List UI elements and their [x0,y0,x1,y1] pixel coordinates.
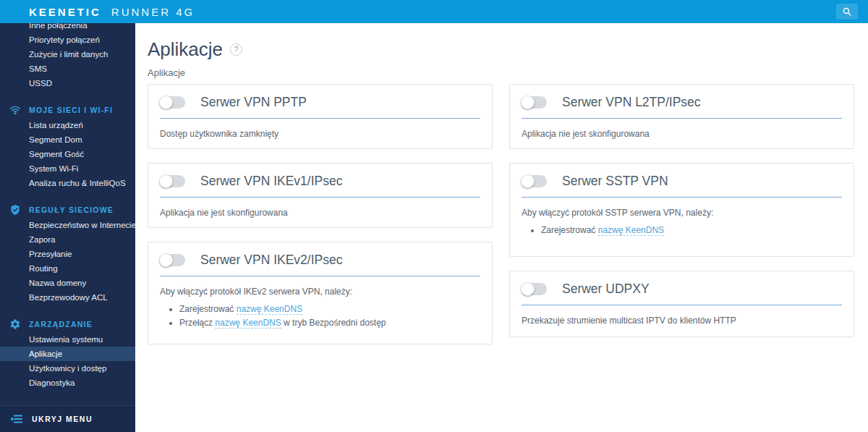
list-item: Przełącz nazwę KeenDNS w tryb Bezpośredn… [179,316,480,330]
card-header: Serwer VPN L2TP/IPsec [522,95,842,119]
card-serwer-vpn-ikev2: Serwer VPN IKEv2/IPsec Aby włączyć proto… [148,242,493,344]
sidebar-item-ustawienia-systemu[interactable]: Ustawienia systemu [0,332,135,347]
cards-grid: Serwer VPN PPTP Dostęp użytkownika zamkn… [148,84,854,344]
hide-menu-button[interactable]: UKRYJ MENU [0,405,135,432]
sidebar-item-przesylanie[interactable]: Przesyłanie [0,247,135,261]
card-intro: Aby włączyć protokół IKEv2 serwera VPN, … [160,286,480,297]
card-title: Serwer UDPXY [562,281,650,297]
help-icon[interactable]: ? [230,43,242,56]
card-description: Przekazuje strumienie multicast IPTV do … [522,315,842,326]
toggle-knob [159,174,173,188]
search-icon [842,7,852,17]
sidebar-section-zarzadzanie: ZARZĄDZANIE [0,316,135,332]
sidebar-item-lista-urzadzen[interactable]: Lista urządzeń [0,118,135,132]
list-item-text: w tryb Bezpośredni dostęp [281,318,386,328]
toggle-knob [521,96,535,109]
card-header: Serwer VPN IKEv2/IPsec [160,253,480,276]
sidebar-item-diagnostyka[interactable]: Diagnostyka [0,376,135,390]
hide-menu-label: UKRYJ MENU [32,415,93,423]
card-title: Serwer VPN IKEv2/IPsec [200,253,342,268]
sidebar-item-inne-polaczenia[interactable]: Inne połączenia [0,23,135,33]
card-description: Aplikacja nie jest skonfigurowana [160,207,480,219]
toggle-switch-udpxy[interactable] [522,283,547,295]
sidebar-item-routing[interactable]: Routing [0,261,135,276]
list-item-text: Zarejestrować [541,225,598,235]
breadcrumb: Aplikacje [148,67,854,78]
sidebar-item-ussd[interactable]: USSD [0,76,135,90]
gear-icon [9,318,21,330]
card-serwer-vpn-l2tp: Serwer VPN L2TP/IPsec Aplikacja nie jest… [509,84,854,149]
sidebar-item-sms[interactable]: SMS [0,62,135,76]
card-title: Serwer SSTP VPN [562,174,668,189]
keendns-link[interactable]: nazwę KeenDNS [598,225,664,236]
sidebar-item-zapora[interactable]: Zapora [0,232,135,247]
card-requirements-list: Zarejestrować nazwę KeenDNS [522,224,842,237]
topbar: KEENETIC RUNNER 4G [0,0,868,23]
main-content: Aplikacje ? Aplikacje Serwer VPN PPTP Do… [135,23,868,432]
keendns-link[interactable]: nazwę KeenDNS [215,318,281,329]
card-header: Serwer UDPXY [522,281,842,305]
sidebar-section-label: MOJE SIECI I WI-FI [29,106,113,114]
card-serwer-vpn-pptp: Serwer VPN PPTP Dostęp użytkownika zamkn… [148,84,493,149]
page-head: Aplikacje ? [148,38,854,61]
sidebar: Inne połączenia Priorytety połączeń Zuży… [0,23,135,432]
sidebar-item-segment-gosc[interactable]: Segment Gość [0,147,135,161]
toggle-switch-ikev1[interactable] [160,175,185,187]
sidebar-section-moje-sieci: MOJE SIECI I WI-FI [0,102,135,118]
page-title: Aplikacje [148,38,223,61]
toggle-switch-ikev2[interactable] [160,254,185,266]
sidebar-item-zuzycie-i-limit-danych[interactable]: Zużycie i limit danych [0,47,135,62]
card-intro: Aby włączyć protokół SSTP serwera VPN, n… [522,207,842,219]
card-title: Serwer VPN PPTP [200,95,307,110]
cards-column-left: Serwer VPN PPTP Dostęp użytkownika zamkn… [148,84,493,344]
shield-icon [9,204,21,216]
sidebar-item-bezpieczenstwo[interactable]: Bezpieczeństwo w Internecie [0,218,135,232]
collapse-menu-icon [9,414,22,424]
sidebar-item-nazwa-domeny[interactable]: Nazwa domeny [0,276,135,290]
card-title: Serwer VPN IKEv1/IPsec [200,174,342,189]
brand-model: RUNNER 4G [111,6,195,18]
toggle-knob [521,174,535,188]
list-item: Zarejestrować nazwę KeenDNS [179,302,480,316]
sidebar-item-system-wifi[interactable]: System Wi-Fi [0,161,135,176]
search-button[interactable] [836,4,858,20]
card-description: Dostęp użytkownika zamknięty [160,128,480,140]
wifi-icon [9,104,21,116]
toggle-switch-pptp[interactable] [160,96,185,109]
card-header: Serwer VPN IKEv1/IPsec [160,174,480,198]
toggle-switch-sstp[interactable] [522,175,547,187]
sidebar-item-aplikacje[interactable]: Aplikacje [0,347,135,361]
cards-column-right: Serwer VPN L2TP/IPsec Aplikacja nie jest… [509,84,854,344]
sidebar-item-uzytkownicy-i-dostep[interactable]: Użytkownicy i dostęp [0,361,135,376]
brand-keenetic: KEENETIC [29,6,101,18]
card-requirements-list: Zarejestrować nazwę KeenDNS Przełącz naz… [160,302,480,330]
toggle-knob [521,282,535,296]
sidebar-section-label: REGUŁY SIECIOWE [29,206,114,214]
keendns-link[interactable]: nazwę KeenDNS [237,304,302,315]
brand-logo: KEENETIC RUNNER 4G [29,6,195,18]
card-serwer-udpxy: Serwer UDPXY Przekazuje strumienie multi… [509,271,854,337]
sidebar-item-analiza-ruchu[interactable]: Analiza ruchu & IntelliQoS [0,176,135,190]
toggle-switch-l2tp[interactable] [522,96,547,109]
sidebar-section-reguly-sieciowe: REGUŁY SIECIOWE [0,202,135,218]
toggle-knob [159,96,173,109]
card-serwer-vpn-ikev1: Serwer VPN IKEv1/IPsec Aplikacja nie jes… [148,163,493,228]
sidebar-item-priorytety-polaczen[interactable]: Priorytety połączeń [0,33,135,47]
toggle-knob [159,253,173,267]
card-description: Aplikacja nie jest skonfigurowana [522,128,842,140]
card-serwer-sstp-vpn: Serwer SSTP VPN Aby włączyć protokół SST… [509,163,854,257]
sidebar-item-segment-dom[interactable]: Segment Dom [0,132,135,147]
sidebar-section-label: ZARZĄDZANIE [29,320,93,329]
list-item: Zarejestrować nazwę KeenDNS [541,224,842,237]
list-item-text: Przełącz [179,318,215,328]
list-item-text: Zarejestrować [179,304,237,314]
card-header: Serwer SSTP VPN [522,174,842,198]
card-header: Serwer VPN PPTP [160,95,480,119]
sidebar-item-bezprzewodowy-acl[interactable]: Bezprzewodowy ACL [0,290,135,305]
card-title: Serwer VPN L2TP/IPsec [562,95,701,110]
sidebar-nav: Inne połączenia Priorytety połączeń Zuży… [0,23,135,405]
